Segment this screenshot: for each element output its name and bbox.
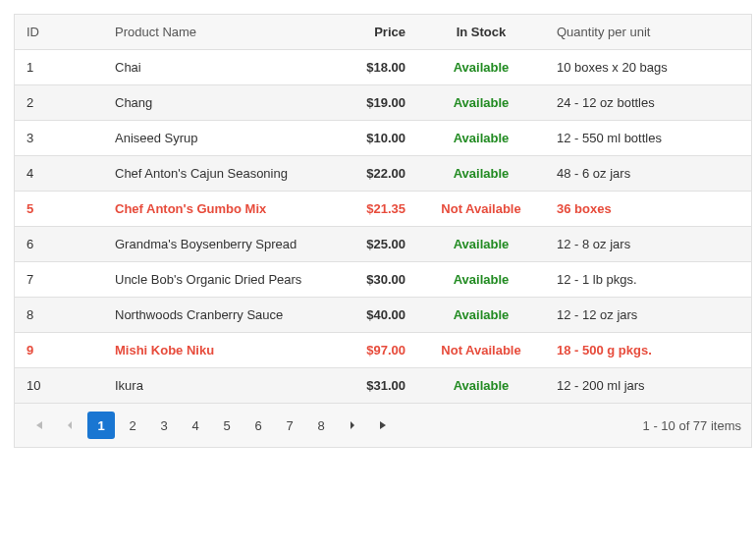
table-row[interactable]: 1Chai$18.00Available10 boxes x 20 bags bbox=[15, 50, 751, 85]
column-header-stock[interactable]: In Stock bbox=[417, 15, 545, 50]
pager: 12345678 1 - 10 of 77 items bbox=[15, 404, 751, 447]
cell-qty: 24 - 12 oz bottles bbox=[545, 85, 751, 121]
cell-id: 8 bbox=[15, 298, 103, 333]
cell-name: Northwoods Cranberry Sauce bbox=[103, 298, 329, 333]
cell-stock: Available bbox=[417, 50, 545, 85]
cell-name: Chef Anton's Gumbo Mix bbox=[103, 192, 329, 227]
chevron-left-icon bbox=[65, 420, 75, 430]
table-row[interactable]: 8Northwoods Cranberry Sauce$40.00Availab… bbox=[15, 298, 751, 333]
cell-price: $30.00 bbox=[329, 262, 417, 298]
column-header-name[interactable]: Product Name bbox=[103, 15, 329, 50]
cell-qty: 12 - 12 oz jars bbox=[545, 298, 751, 333]
pager-page-button[interactable]: 4 bbox=[182, 412, 209, 439]
cell-qty: 48 - 6 oz jars bbox=[545, 156, 751, 192]
cell-price: $22.00 bbox=[329, 156, 417, 192]
cell-name: Aniseed Syrup bbox=[103, 121, 329, 156]
cell-name: Chai bbox=[103, 50, 329, 85]
cell-price: $19.00 bbox=[329, 85, 417, 121]
cell-price: $97.00 bbox=[329, 333, 417, 368]
cell-stock: Available bbox=[417, 156, 545, 192]
pager-prev-button[interactable] bbox=[56, 412, 83, 439]
cell-qty: 36 boxes bbox=[545, 192, 751, 227]
cell-stock: Available bbox=[417, 368, 545, 404]
pager-page-button[interactable]: 5 bbox=[213, 412, 241, 439]
chevron-right-icon bbox=[348, 420, 357, 430]
cell-name: Chang bbox=[103, 85, 329, 121]
cell-stock: Available bbox=[417, 298, 545, 333]
cell-id: 7 bbox=[15, 262, 103, 298]
column-header-price[interactable]: Price bbox=[329, 15, 417, 50]
pager-page-button[interactable]: 1 bbox=[87, 412, 115, 439]
cell-qty: 12 - 550 ml bottles bbox=[545, 121, 751, 156]
cell-stock: Not Available bbox=[417, 333, 545, 368]
cell-qty: 18 - 500 g pkgs. bbox=[545, 333, 751, 368]
cell-stock: Available bbox=[417, 121, 545, 156]
cell-id: 6 bbox=[15, 227, 103, 262]
cell-price: $18.00 bbox=[329, 50, 417, 85]
cell-name: Ikura bbox=[103, 368, 329, 404]
table-header-row: ID Product Name Price In Stock Quantity … bbox=[15, 15, 751, 50]
cell-stock: Not Available bbox=[417, 192, 545, 227]
table-row[interactable]: 9Mishi Kobe Niku$97.00Not Available18 - … bbox=[15, 333, 751, 368]
pager-page-button[interactable]: 8 bbox=[307, 412, 335, 439]
cell-id: 1 bbox=[15, 50, 103, 85]
cell-stock: Available bbox=[417, 227, 545, 262]
table-row[interactable]: 5Chef Anton's Gumbo Mix$21.35Not Availab… bbox=[15, 192, 751, 227]
cell-id: 3 bbox=[15, 121, 103, 156]
cell-stock: Available bbox=[417, 262, 545, 298]
cell-price: $40.00 bbox=[329, 298, 417, 333]
pager-page-button[interactable]: 7 bbox=[276, 412, 303, 439]
cell-price: $31.00 bbox=[329, 368, 417, 404]
cell-name: Chef Anton's Cajun Seasoning bbox=[103, 156, 329, 192]
cell-name: Uncle Bob's Organic Dried Pears bbox=[103, 262, 329, 298]
cell-id: 2 bbox=[15, 85, 103, 121]
cell-name: Grandma's Boysenberry Spread bbox=[103, 227, 329, 262]
table-row[interactable]: 2Chang$19.00Available24 - 12 oz bottles bbox=[15, 85, 751, 121]
products-table: ID Product Name Price In Stock Quantity … bbox=[15, 15, 751, 404]
cell-id: 10 bbox=[15, 368, 103, 404]
cell-price: $21.35 bbox=[329, 192, 417, 227]
cell-stock: Available bbox=[417, 85, 545, 121]
cell-price: $10.00 bbox=[329, 121, 417, 156]
table-row[interactable]: 4Chef Anton's Cajun Seasoning$22.00Avail… bbox=[15, 156, 751, 192]
pager-next-button[interactable] bbox=[339, 412, 366, 439]
cell-id: 5 bbox=[15, 192, 103, 227]
cell-id: 9 bbox=[15, 333, 103, 368]
cell-qty: 12 - 200 ml jars bbox=[545, 368, 751, 404]
cell-name: Mishi Kobe Niku bbox=[103, 333, 329, 368]
pager-page-button[interactable]: 2 bbox=[119, 412, 146, 439]
cell-id: 4 bbox=[15, 156, 103, 192]
cell-price: $25.00 bbox=[329, 227, 417, 262]
pager-info: 1 - 10 of 77 items bbox=[643, 418, 741, 433]
table-row[interactable]: 3Aniseed Syrup$10.00Available12 - 550 ml… bbox=[15, 121, 751, 156]
pager-page-button[interactable]: 3 bbox=[150, 412, 178, 439]
pager-page-button[interactable]: 6 bbox=[244, 412, 272, 439]
table-row[interactable]: 10Ikura$31.00Available12 - 200 ml jars bbox=[15, 368, 751, 404]
pager-last-button[interactable] bbox=[370, 412, 398, 439]
seek-last-icon bbox=[378, 419, 390, 431]
cell-qty: 12 - 8 oz jars bbox=[545, 227, 751, 262]
pager-first-button[interactable] bbox=[25, 412, 52, 439]
column-header-id[interactable]: ID bbox=[15, 15, 103, 50]
seek-first-icon bbox=[32, 419, 44, 431]
table-row[interactable]: 7Uncle Bob's Organic Dried Pears$30.00Av… bbox=[15, 262, 751, 298]
table-row[interactable]: 6Grandma's Boysenberry Spread$25.00Avail… bbox=[15, 227, 751, 262]
data-grid: ID Product Name Price In Stock Quantity … bbox=[14, 14, 752, 448]
cell-qty: 12 - 1 lb pkgs. bbox=[545, 262, 751, 298]
cell-qty: 10 boxes x 20 bags bbox=[545, 50, 751, 85]
column-header-qty[interactable]: Quantity per unit bbox=[545, 15, 751, 50]
